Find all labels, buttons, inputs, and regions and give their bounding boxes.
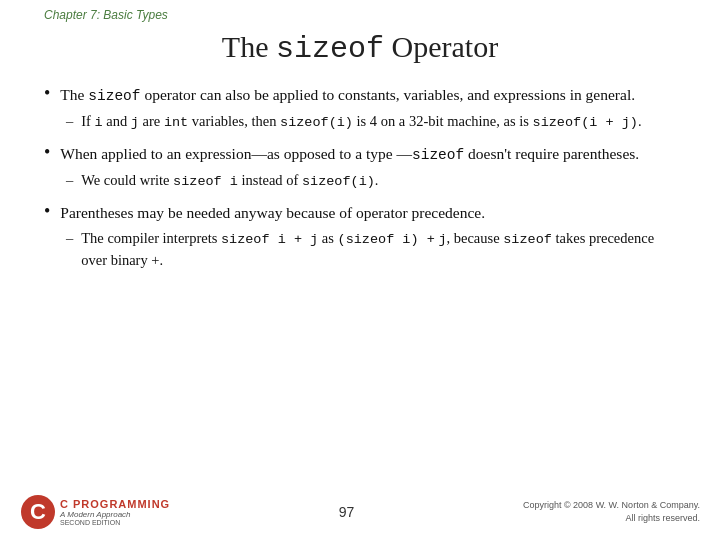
sub-text-3: The compiler interprets sizeof i + j as … [81, 228, 676, 270]
sub-bullet-3: – The compiler interprets sizeof i + j a… [66, 228, 676, 270]
bullet-item-3: • Parentheses may be needed anyway becau… [44, 202, 676, 224]
page-title: The sizeof Operator [0, 30, 720, 66]
logo-subtitle: A Modern Approach [60, 510, 170, 519]
bullet-item-1: • The sizeof operator can also be applie… [44, 84, 676, 107]
main-content: • The sizeof operator can also be applie… [0, 84, 720, 270]
bullet-text-2: When applied to an expression—as opposed… [60, 143, 639, 166]
sub-text-1: If i and j are int variables, then sizeo… [81, 111, 641, 133]
sub-dash-1: – [66, 111, 73, 131]
bullet-text-3: Parentheses may be needed anyway because… [60, 202, 485, 224]
title-code: sizeof [276, 32, 384, 66]
chapter-label: Chapter 7: Basic Types [44, 8, 168, 22]
logo-edition: SECOND EDITION [60, 519, 170, 526]
logo-wrap: C C PROGRAMMING A Modern Approach SECOND… [20, 494, 170, 530]
sub-text-2: We could write sizeof i instead of sizeo… [81, 170, 378, 192]
sub-dash-3: – [66, 228, 73, 248]
sub-item-2: – We could write sizeof i instead of siz… [66, 170, 676, 192]
footer: C C PROGRAMMING A Modern Approach SECOND… [0, 494, 720, 530]
footer-logo: C C PROGRAMMING A Modern Approach SECOND… [20, 494, 170, 530]
svg-text:C: C [30, 499, 46, 524]
sub-dash-2: – [66, 170, 73, 190]
copyright-text: Copyright © 2008 W. W. Norton & Company.… [523, 499, 700, 524]
bullet-section-2: • When applied to an expression—as oppos… [44, 143, 676, 192]
bullet-item-2: • When applied to an expression—as oppos… [44, 143, 676, 166]
title-suffix: Operator [384, 30, 498, 63]
sub-bullet-1: – If i and j are int variables, then siz… [66, 111, 676, 133]
bullet-dot-1: • [44, 83, 50, 104]
bullet-section-1: • The sizeof operator can also be applie… [44, 84, 676, 133]
code-sizeof-1: sizeof [88, 88, 140, 104]
bullet-dot-3: • [44, 201, 50, 222]
logo-text-block: C PROGRAMMING A Modern Approach SECOND E… [60, 498, 170, 526]
sub-item-3: – The compiler interprets sizeof i + j a… [66, 228, 676, 270]
logo-main-text: C PROGRAMMING [60, 498, 170, 510]
bullet-text-1: The sizeof operator can also be applied … [60, 84, 635, 107]
bullet-dot-2: • [44, 142, 50, 163]
title-prefix: The [222, 30, 276, 63]
page-number: 97 [170, 504, 523, 520]
sub-bullet-2: – We could write sizeof i instead of siz… [66, 170, 676, 192]
sub-item-1: – If i and j are int variables, then siz… [66, 111, 676, 133]
c-logo-icon: C [20, 494, 56, 530]
bullet-section-3: • Parentheses may be needed anyway becau… [44, 202, 676, 271]
